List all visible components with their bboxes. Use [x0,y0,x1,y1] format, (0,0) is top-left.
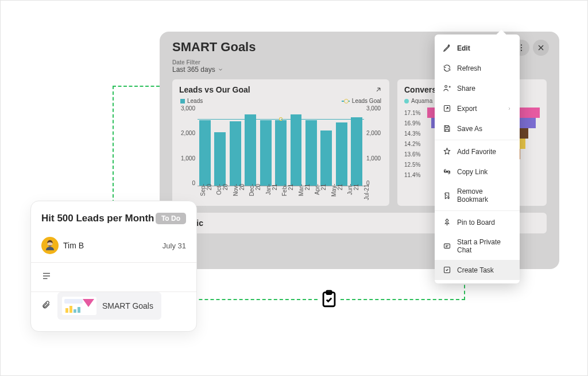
leads-chart-card: Leads vs Our Goal Leads Leads Goal 3,000… [172,79,389,206]
bookmark-icon [443,191,451,200]
x-tick: Jun-21 [347,184,359,200]
funnel-pct: 16.9% [404,120,427,126]
menu-item-share[interactable]: Share [435,78,520,98]
legend-label-bars: Leads [187,98,203,104]
y-tick: 3,000 [366,105,382,112]
chart-bar [230,121,241,186]
funnel-pct: 14.3% [404,131,427,137]
x-tick: Sep-20 [200,184,212,200]
chart-bar [291,114,302,186]
pencil-icon [443,44,451,52]
funnel-pct: 11.4% [404,172,427,178]
refresh-icon [443,64,451,72]
menu-item-copy-link[interactable]: Copy Link [435,162,520,182]
chart-bar [320,131,332,186]
attachment-thumbnail [62,297,96,315]
task-assignee-name: Tim B [63,241,84,250]
save-icon [443,124,451,133]
task-title: Hit 500 Leads per Month [41,213,154,224]
star-icon [443,147,451,156]
leads-chart-title: Leads vs Our Goal [179,85,250,94]
menu-item-remove-bookmark[interactable]: Remove Bookmark [435,182,520,209]
x-tick: Feb-21 [281,184,294,200]
x-tick: Apr-21 [314,184,327,200]
x-tick: Oct-20 [216,184,229,200]
goal-line [198,117,364,121]
chat-icon [443,242,451,251]
chevron-right-icon [507,106,512,111]
x-tick: Mar-21 [298,184,311,200]
chart-bar [260,120,272,186]
link-icon [443,167,451,176]
x-tick: May-21 [331,184,343,200]
chart-bar [245,114,256,186]
x-tick: Dec-20 [249,184,261,200]
x-tick: Nov-20 [233,184,245,200]
export-icon [443,104,451,113]
task-attachment-name: SMART Goals [102,301,153,310]
date-filter-text: Last 365 days [172,66,215,74]
task-description-button[interactable] [31,263,196,291]
y-tick: 2,000 [366,130,382,136]
task-status-badge[interactable]: To Do [156,213,186,224]
svg-point-5 [445,86,447,88]
legend-swatch-bar [180,99,185,103]
expand-icon[interactable] [374,86,382,94]
chevron-down-icon [218,67,223,72]
menu-item-add-favorite[interactable]: Add Favorite [435,141,520,162]
task-card[interactable]: Hit 500 Leads per Month To Do Tim B July… [30,201,197,332]
connector-line [113,86,160,87]
pin-icon [443,218,451,227]
chart-bar [336,122,347,186]
chart-legend: Leads Leads Goal [180,98,381,104]
avatar [41,237,59,254]
share-icon [443,84,451,93]
svg-point-4 [521,50,522,51]
chart-bar [351,117,362,186]
svg-point-3 [521,47,522,48]
menu-item-create-task[interactable]: Create Task [435,260,520,280]
funnel-pct: 13.6% [404,151,427,158]
menu-item-export[interactable]: Export [435,98,520,118]
y-tick: 1,000 [366,155,382,162]
conversions-legend-item: Aquama [404,98,432,104]
menu-item-edit[interactable]: Edit [435,38,520,58]
task-assignee[interactable]: Tim B [41,237,84,254]
funnel-pct: 12.5% [404,162,427,168]
funnel-pct: 17.1% [404,110,427,116]
svg-point-2 [521,44,522,45]
y-tick: 1,000 [179,155,195,162]
x-tick: Jul-21 [363,184,370,200]
connector-line [341,299,465,300]
check-square-icon [443,266,451,274]
x-tick: Jan-21 [265,184,278,200]
task-attachment-chip[interactable]: SMART Goals [57,292,161,320]
y-tick: 2,000 [179,130,195,136]
chart-bar [275,120,287,186]
task-due-date: July 31 [163,241,186,250]
chart-bar [305,120,317,186]
dashboard-actions-menu: EditRefreshShareExportSave AsAdd Favorit… [435,34,520,283]
chart-plot: 3,0002,0001,0000 3,0002,0001,0000 Sep-20… [179,105,382,200]
menu-item-save-as[interactable]: Save As [435,118,520,139]
close-button[interactable] [533,40,549,56]
y-tick: 0 [179,180,195,186]
funnel-pct: 14.2% [404,141,427,147]
menu-item-refresh[interactable]: Refresh [435,58,520,78]
chart-bar [199,120,211,186]
task-clipboard-icon [318,287,341,310]
legend-swatch-line [342,101,350,102]
paperclip-icon [41,300,51,312]
conversions-title: Convers [404,85,436,94]
menu-item-pin-to-board[interactable]: Pin to Board [435,212,520,232]
y-tick: 3,000 [179,105,195,112]
chart-bar [214,132,226,186]
svg-rect-9 [444,244,450,248]
menu-item-start-a-private-chat[interactable]: Start a Private Chat [435,232,520,260]
legend-label-line: Leads Goal [352,98,381,104]
